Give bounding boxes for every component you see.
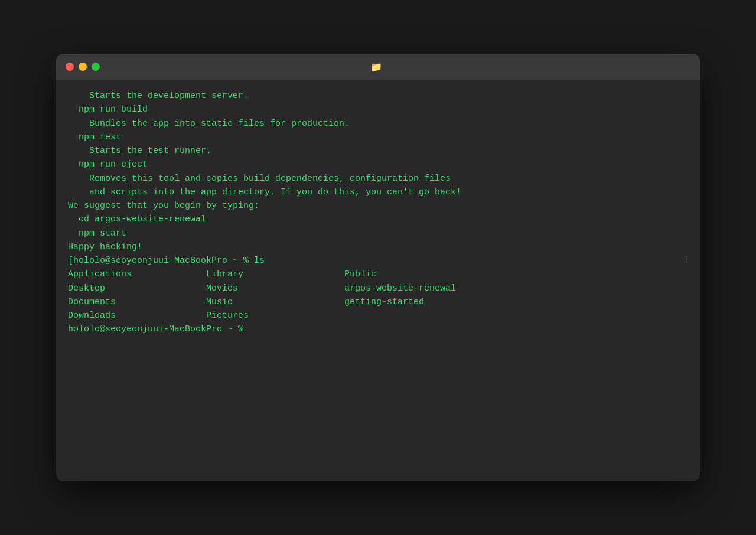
minimize-button[interactable] [79, 63, 87, 71]
terminal-line: Happy hacking! [68, 240, 688, 254]
maximize-button[interactable] [92, 63, 100, 71]
terminal-line: and scripts into the app directory. If y… [68, 185, 688, 199]
terminal-line: Starts the development server. [68, 89, 688, 103]
window-title: 📁 [370, 61, 386, 73]
terminal-line: Starts the test runner. [68, 144, 688, 158]
terminal-line: Bundles the app into static files for pr… [68, 117, 688, 131]
terminal-line: Desktop Movies argos-website-renewal [68, 282, 688, 295]
title-icon: 📁 [370, 61, 382, 73]
terminal-line: hololo@seoyeonjuui-MacBookPro ~ % [68, 322, 688, 336]
scroll-indicator: ] [684, 254, 688, 265]
terminal-line: We suggest that you begin by typing: [68, 199, 688, 213]
terminal-line: npm test [68, 131, 688, 144]
terminal-line: cd argos-website-renewal [68, 213, 688, 226]
terminal-line: npm start [68, 227, 688, 240]
terminal-line: Applications Library Public [68, 268, 688, 281]
title-bar: 📁 [56, 54, 700, 80]
terminal-line: Documents Music getting-started [68, 295, 688, 309]
terminal-line: Downloads Pictures [68, 309, 688, 322]
terminal-line: npm run eject [68, 158, 688, 171]
window-controls [66, 63, 100, 71]
terminal-line: npm run build [68, 103, 688, 116]
terminal-body[interactable]: Starts the development server. npm run b… [56, 80, 700, 481]
terminal-line: Removes this tool and copies build depen… [68, 172, 688, 185]
terminal-window: 📁 Starts the development server. npm run… [56, 54, 700, 481]
close-button[interactable] [66, 63, 74, 71]
terminal-line: [hololo@seoyeonjuui-MacBookPro ~ % ls] [68, 254, 688, 268]
